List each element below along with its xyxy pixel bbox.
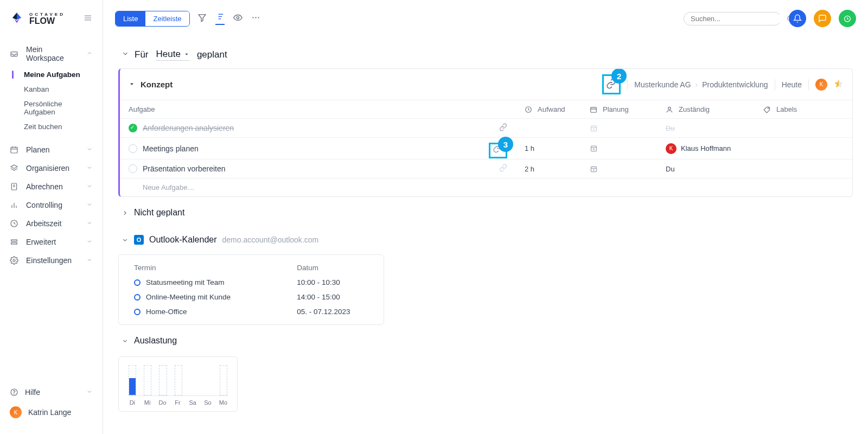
outlook-col-event: Termin: [119, 260, 282, 275]
task-planning[interactable]: [581, 118, 657, 137]
sidebar-nav: Mein Workspace Meine Aufgaben Kanban Per…: [0, 37, 103, 378]
more-icon[interactable]: [251, 13, 260, 24]
user-name: Katrin Lange: [28, 408, 71, 417]
workload-panel: DiMiDoFrSaSoMo: [118, 356, 238, 412]
caret-down-icon[interactable]: [129, 80, 135, 89]
task-effort[interactable]: 1 h: [516, 137, 581, 159]
event-name: Online-Meeting mit Kunde: [146, 293, 231, 301]
nav-settings[interactable]: Einstellungen: [0, 251, 103, 270]
panel-header: Konzept 2 Musterkunde AG › Produktentwic…: [120, 69, 852, 100]
favorite-button[interactable]: [834, 79, 844, 90]
search-box[interactable]: [684, 12, 781, 25]
task-planning[interactable]: [581, 159, 657, 178]
sidebar: OCTAVED FLOW Mein Workspace Meine Aufgab…: [0, 0, 103, 434]
outlook-event[interactable]: Statusmeeting mit Team: [119, 275, 282, 290]
plan-icon: [590, 144, 598, 152]
owner-avatar-icon[interactable]: K: [815, 79, 827, 91]
svg-marker-21: [199, 15, 206, 22]
view-timeline-button[interactable]: Zeitleiste: [145, 11, 189, 26]
chevron-down-icon: [122, 49, 129, 60]
status-circle-icon[interactable]: [129, 144, 137, 153]
tag-icon: [763, 106, 771, 113]
logo-icon: [10, 11, 24, 27]
logo[interactable]: OCTAVED FLOW: [10, 11, 65, 27]
search-input[interactable]: [691, 15, 782, 23]
chevron-right-icon: [122, 209, 129, 216]
task-row[interactable]: Anforderungen analysieren: [120, 118, 516, 137]
nav-kanban[interactable]: Kanban: [0, 82, 103, 97]
unplanned-label: Nicht geplant: [134, 208, 184, 218]
breadcrumb: Musterkunde AG › Produktentwicklung: [634, 80, 768, 89]
nav-label: Meine Aufgaben: [24, 71, 80, 79]
link-icon[interactable]: [499, 164, 507, 174]
task-effort[interactable]: 2 h: [516, 159, 581, 178]
outlook-event[interactable]: Home-Office: [119, 304, 282, 319]
assignee-name: Klaus Hoffmann: [681, 144, 731, 152]
messages-button[interactable]: [814, 10, 831, 27]
event-name: Home-Office: [146, 308, 187, 316]
svg-rect-16: [11, 240, 17, 241]
task-labels[interactable]: [755, 137, 852, 159]
nav-organise[interactable]: Organisieren: [0, 159, 103, 177]
task-assignee[interactable]: Du: [657, 159, 755, 178]
planned-section-header[interactable]: Für Heute geplant: [118, 38, 853, 68]
inbox-icon: [10, 49, 18, 58]
new-task-row[interactable]: Neue Aufgabe…: [120, 178, 852, 196]
svg-point-20: [14, 394, 15, 394]
breadcrumb-customer[interactable]: Musterkunde AG: [634, 80, 691, 89]
status-circle-icon[interactable]: [129, 164, 137, 173]
unplanned-section-header[interactable]: Nicht geplant: [118, 197, 853, 224]
task-assignee[interactable]: Du: [657, 118, 755, 137]
nav-workspace[interactable]: Mein Workspace: [0, 40, 103, 67]
chevron-down-icon: [122, 237, 129, 244]
menu-toggle-icon[interactable]: [83, 13, 93, 24]
task-planning[interactable]: [581, 137, 657, 159]
outlook-event[interactable]: Online-Meeting mit Kunde: [119, 290, 282, 304]
event-dot-icon: [134, 279, 141, 286]
clock-icon: [525, 106, 532, 113]
konzept-panel: Konzept 2 Musterkunde AG › Produktentwic…: [118, 68, 853, 197]
nav-label: Abrechnen: [26, 182, 63, 191]
link-icon[interactable]: [499, 123, 507, 133]
view-list-button[interactable]: Liste: [116, 11, 145, 26]
nav-label: Hilfe: [25, 388, 40, 397]
date-selector[interactable]: Heute: [156, 49, 189, 61]
task-row[interactable]: Präsentation vorbereiten: [120, 159, 516, 178]
filter-icon[interactable]: [197, 13, 207, 24]
nav-worktime[interactable]: Arbeitszeit: [0, 214, 103, 233]
task-labels[interactable]: [755, 118, 852, 137]
nav-plan[interactable]: Planen: [0, 141, 103, 159]
timer-button[interactable]: [839, 10, 856, 27]
event-name: Statusmeeting mit Team: [146, 278, 225, 286]
nav-user[interactable]: K Katrin Lange: [10, 401, 93, 423]
gear-icon: [10, 256, 18, 265]
nav-label: Planen: [26, 145, 50, 154]
nav-help[interactable]: Hilfe: [10, 383, 93, 401]
task-assignee[interactable]: KKlaus Hoffmann: [657, 137, 755, 159]
svg-marker-36: [130, 83, 133, 85]
chevron-up-icon: [86, 49, 93, 58]
nav-controlling[interactable]: Controlling: [0, 196, 103, 214]
nav-extended[interactable]: Erweitert: [0, 233, 103, 251]
nav-personal-tasks[interactable]: Persönliche Aufgaben: [0, 97, 103, 119]
nav-label: Kanban: [24, 85, 49, 93]
nav-my-tasks[interactable]: Meine Aufgaben: [0, 67, 103, 82]
nav-workspace-label: Mein Workspace: [26, 45, 79, 62]
col-task: Aufgabe: [120, 100, 516, 118]
col-effort: Aufwand: [516, 100, 581, 118]
status-done-icon[interactable]: [129, 124, 137, 132]
nav-billing[interactable]: Abrechnen: [0, 177, 103, 196]
outlook-date: 05. - 07.12.2023: [282, 304, 384, 319]
svg-marker-35: [185, 54, 188, 55]
task-row[interactable]: Meetings planen 3: [120, 137, 516, 159]
nav-label: Arbeitszeit: [26, 219, 61, 228]
notifications-button[interactable]: [789, 10, 806, 27]
nav-time-book[interactable]: Zeit buchen: [0, 119, 103, 134]
outlook-section-header[interactable]: O Outlook-Kalender demo.account@outlook.…: [118, 224, 853, 251]
event-dot-icon: [134, 294, 141, 301]
task-labels[interactable]: [755, 159, 852, 178]
breadcrumb-project[interactable]: Produktentwicklung: [702, 80, 768, 89]
workload-section-header[interactable]: Auslastung: [118, 325, 853, 352]
visibility-icon[interactable]: [233, 13, 242, 24]
sort-icon[interactable]: [215, 12, 225, 25]
